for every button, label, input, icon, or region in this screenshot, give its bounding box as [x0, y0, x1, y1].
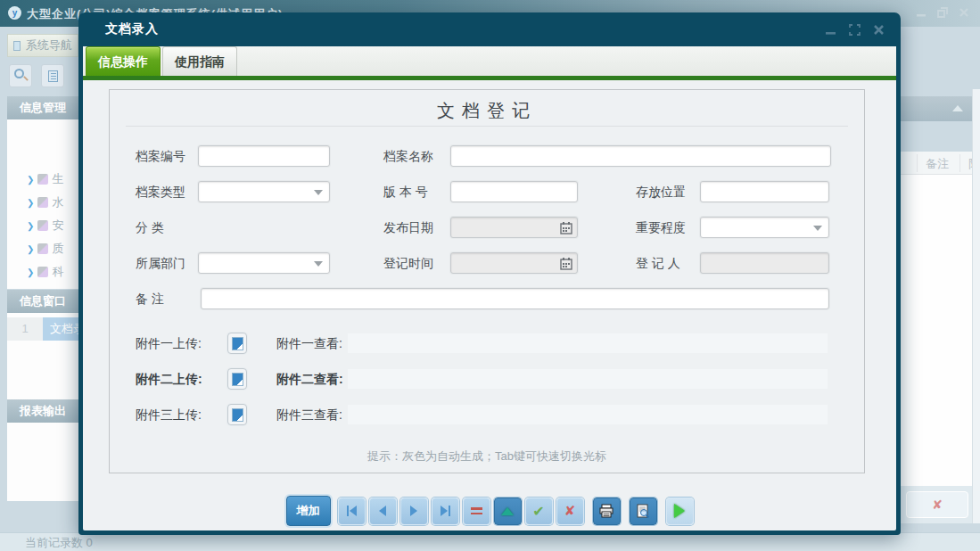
attachment3-view-area: [348, 405, 828, 424]
register-time-input[interactable]: [450, 252, 578, 274]
form-title: 文档登记: [110, 99, 864, 123]
category-icon: [37, 197, 48, 208]
publish-date-input[interactable]: [450, 217, 578, 238]
tab-content: 文档登记 档案编号 档案名称 档案类型 版 本 号 存放位置: [83, 80, 896, 526]
archive-name-input[interactable]: [450, 145, 831, 167]
main-close-icon[interactable]: [959, 7, 969, 18]
tree-item[interactable]: ❯ 安: [27, 218, 63, 234]
field-label-registrar: 登 记 人: [636, 252, 680, 274]
dialog-titlebar[interactable]: 文档录入: [78, 12, 901, 46]
category-icon: [37, 243, 48, 254]
chevron-right-icon: ❯: [27, 221, 34, 231]
field-label-archive-name: 档案名称: [383, 145, 433, 167]
calendar-icon[interactable]: [560, 221, 572, 238]
tab-info-operation[interactable]: 信息操作: [86, 46, 161, 76]
remark-input[interactable]: [201, 288, 829, 309]
department-select[interactable]: [198, 252, 330, 274]
record-count-text: 当前记录数 0: [25, 535, 93, 551]
cancel-x-icon: ✘: [564, 503, 576, 519]
category-icon: [37, 267, 48, 277]
run-button[interactable]: [666, 498, 694, 525]
print-button[interactable]: [593, 498, 621, 525]
post-record-button[interactable]: ✔: [525, 498, 553, 525]
importance-select[interactable]: [700, 217, 829, 238]
tab-user-guide[interactable]: 使用指南: [162, 46, 237, 76]
search-button[interactable]: [9, 64, 32, 87]
chevron-right-icon: ❯: [27, 267, 34, 277]
calendar-icon[interactable]: [560, 257, 572, 274]
attachment1-view-area: [348, 333, 828, 353]
confirm-check-icon: ✔: [532, 503, 544, 520]
chevron-down-icon: [314, 261, 323, 267]
prior-record-button[interactable]: [369, 498, 397, 525]
grid-body: [901, 175, 972, 486]
tree-item[interactable]: ❯ 科: [27, 264, 63, 280]
sidebar-section-info-window[interactable]: 信息窗口: [7, 290, 85, 313]
collapse-up-icon[interactable]: [952, 105, 963, 111]
tree-item-label: 安: [52, 218, 63, 234]
sidebar-section-info-management[interactable]: 信息管理: [7, 96, 85, 119]
magnifier-icon: [14, 69, 24, 78]
field-label-register-time: 登记时间: [383, 252, 433, 274]
cancel-record-button[interactable]: ✘: [556, 498, 584, 525]
dialog-minimize-icon[interactable]: [825, 24, 836, 36]
field-label-archive-type: 档案类型: [136, 181, 185, 202]
tree-item[interactable]: ❯ 质: [27, 241, 63, 257]
main-restore-icon[interactable]: [937, 7, 948, 18]
delete-icon: [471, 507, 482, 514]
window-edge-strip: [972, 89, 980, 523]
attachment1-view-label: 附件一查看:: [276, 333, 342, 354]
attachment1-upload-label: 附件一上传:: [136, 333, 202, 354]
main-minimize-icon[interactable]: [916, 7, 926, 18]
edit-record-button[interactable]: [494, 498, 522, 525]
attachment3-upload-button[interactable]: [227, 404, 247, 425]
next-record-button[interactable]: [400, 498, 428, 525]
attachment2-view-label: 附件二查看:: [276, 368, 343, 390]
add-record-button[interactable]: 增加: [286, 496, 331, 526]
sidebar-tree-panel: ❯ 生 ❯ 水 ❯ 安 ❯ 质 ❯ 科: [7, 119, 85, 289]
version-input[interactable]: [450, 181, 578, 202]
system-navigation-bar[interactable]: 系统导航: [7, 34, 78, 57]
dialog-close-icon[interactable]: [873, 24, 885, 36]
divider: [126, 126, 848, 127]
attachment1-upload-button[interactable]: [227, 333, 247, 354]
attachment3-upload-label: 附件三上传:: [136, 404, 202, 425]
first-record-button[interactable]: [338, 498, 366, 525]
list-view-button[interactable]: [41, 64, 64, 87]
category-icon: [37, 220, 48, 231]
field-label-department: 所属部门: [136, 252, 185, 274]
next-icon: [410, 506, 417, 516]
tree-item[interactable]: ❯ 生: [27, 171, 63, 187]
panel-close-button[interactable]: ✘: [906, 491, 968, 518]
window-list-row[interactable]: 1 文档录: [7, 317, 85, 341]
column-separator: [959, 154, 960, 172]
print-preview-button[interactable]: [630, 498, 657, 525]
sidebar-section-report-output[interactable]: 报表输出: [7, 399, 85, 423]
category-icon: [37, 174, 48, 185]
chevron-down-icon: [813, 226, 822, 231]
tree-item[interactable]: ❯ 水: [27, 194, 63, 210]
chevron-right-icon: ❯: [27, 198, 34, 208]
tree-item-label: 水: [52, 194, 63, 210]
field-label-version: 版 本 号: [383, 181, 428, 202]
play-icon: [674, 504, 685, 518]
dialog-maximize-icon[interactable]: [849, 24, 861, 36]
delete-record-button[interactable]: [463, 498, 490, 525]
storage-location-input[interactable]: [700, 181, 829, 202]
last-record-button[interactable]: [432, 498, 459, 525]
print-preview-icon: [630, 498, 656, 524]
edit-icon: [501, 507, 514, 515]
field-label-classification: 分 类: [136, 217, 164, 238]
form-hint-text: 提示：灰色为自动生成；Tab键可快速切换光标: [110, 448, 864, 465]
registrar-input[interactable]: [700, 252, 829, 274]
column-separator: [917, 154, 918, 172]
archive-type-select[interactable]: [198, 181, 330, 202]
attachment2-upload-button[interactable]: [227, 368, 247, 390]
archive-no-input[interactable]: [198, 145, 330, 167]
sidebar-report-panel: [7, 423, 85, 501]
right-panel-header: [901, 96, 972, 121]
upload-file-icon: [232, 373, 243, 386]
application-root: y 大型企业(公司)综合档案管理系统(供试用用户) 系统导航 信息管理 ❯ 生 …: [0, 0, 980, 551]
document-form-panel: 文档登记 档案编号 档案名称 档案类型 版 本 号 存放位置: [109, 89, 865, 473]
chevron-right-icon: ❯: [27, 175, 34, 185]
